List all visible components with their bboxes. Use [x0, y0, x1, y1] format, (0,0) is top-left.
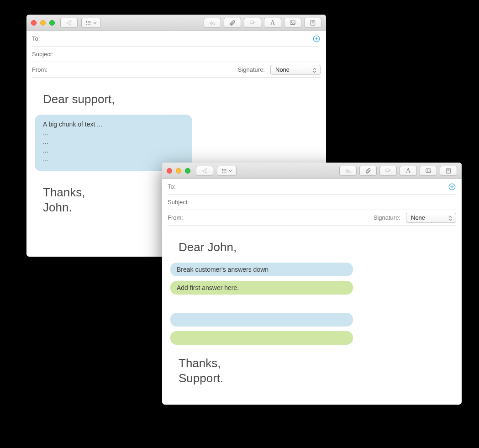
svg-point-8	[291, 21, 292, 22]
notes-icon	[310, 20, 316, 26]
signature-select[interactable]: None	[406, 213, 456, 223]
signoff-thanks: Thanks,	[179, 356, 221, 370]
add-recipient-button[interactable]	[448, 183, 456, 191]
svg-point-16	[222, 169, 222, 169]
send-icon	[201, 168, 208, 174]
media-button[interactable]	[284, 18, 301, 28]
greeting: Dear support,	[43, 92, 318, 106]
list-dropdown-button[interactable]	[217, 166, 237, 176]
format-button[interactable]: A	[264, 18, 281, 28]
header-fields: To: Subject: From: Signature: None	[26, 31, 326, 78]
svg-point-18	[222, 170, 222, 171]
quote-bar-blue	[170, 313, 353, 327]
signoff-thanks: Thanks,	[43, 185, 85, 199]
mark-icon	[249, 20, 256, 26]
send-button[interactable]	[196, 166, 213, 176]
svg-point-2	[86, 22, 87, 23]
reply-icon	[344, 168, 352, 174]
attach-button[interactable]	[359, 166, 377, 176]
from-label: From:	[32, 66, 47, 73]
svg-point-20	[222, 172, 222, 172]
minimize-window-button[interactable]	[176, 168, 181, 174]
to-field-row[interactable]: To:	[168, 179, 456, 195]
notes-icon	[445, 168, 452, 174]
reply-icon	[209, 20, 216, 26]
zoom-window-button[interactable]	[185, 168, 190, 174]
stepper-icon	[447, 215, 453, 222]
svg-rect-7	[290, 21, 295, 24]
svg-rect-6	[250, 21, 254, 23]
signature-select[interactable]: None	[270, 65, 321, 75]
mark-icon	[384, 168, 392, 174]
toolbar-right-group: A	[339, 166, 457, 176]
notes-button[interactable]	[304, 18, 321, 28]
svg-rect-23	[426, 169, 431, 172]
from-label: From:	[168, 214, 183, 221]
media-icon	[425, 168, 432, 174]
format-icon: A	[406, 167, 411, 174]
to-field-row[interactable]: To:	[32, 31, 321, 47]
signature-value: None	[411, 214, 425, 221]
minimize-window-button[interactable]	[40, 20, 46, 26]
from-field-row[interactable]: From: Signature: None	[32, 62, 321, 78]
subject-label: Subject:	[168, 199, 189, 206]
titlebar: A	[162, 163, 462, 179]
quote-bar-blue: Break customer's answers down	[170, 263, 353, 276]
reply-button[interactable]	[339, 166, 357, 176]
to-label: To:	[32, 35, 40, 42]
to-label: To:	[168, 183, 175, 190]
mark-button[interactable]	[244, 18, 261, 28]
signoff: Thanks, Support.	[179, 356, 453, 385]
format-icon: A	[270, 19, 275, 26]
send-icon	[65, 20, 73, 26]
svg-point-0	[86, 21, 87, 21]
mail-compose-window-2: A To: Subject:	[162, 163, 462, 405]
stepper-icon	[312, 67, 317, 74]
compose-body[interactable]: Dear John, Break customer's answers down…	[162, 226, 462, 405]
svg-rect-22	[386, 169, 390, 171]
list-icon	[85, 20, 92, 26]
zoom-window-button[interactable]	[49, 20, 55, 26]
notes-button[interactable]	[440, 166, 457, 176]
chevron-down-icon	[229, 169, 232, 173]
traffic-lights	[31, 20, 55, 26]
paperclip-icon	[229, 19, 236, 26]
plus-circle-icon	[448, 183, 456, 191]
add-recipient-button[interactable]	[312, 35, 321, 43]
close-window-button[interactable]	[167, 168, 172, 174]
list-dropdown-button[interactable]	[81, 18, 101, 28]
toolbar-right-group: A	[204, 18, 321, 28]
mark-button[interactable]	[379, 166, 397, 176]
titlebar: A	[26, 15, 326, 31]
close-window-button[interactable]	[31, 20, 37, 26]
attach-button[interactable]	[224, 18, 241, 28]
send-button[interactable]	[60, 18, 78, 28]
plus-circle-icon	[312, 35, 321, 43]
subject-field-row[interactable]: Subject:	[32, 47, 321, 62]
traffic-lights	[167, 168, 190, 174]
header-fields: To: Subject: From: Signature: None	[162, 179, 462, 226]
signature-label: Signature:	[374, 214, 400, 221]
signature-label: Signature:	[238, 66, 265, 73]
answer-bar-green	[170, 331, 353, 345]
answer-bar-green: Add first answer here.	[170, 281, 353, 295]
chevron-down-icon	[93, 21, 97, 25]
from-field-row[interactable]: From: Signature: None	[168, 210, 456, 226]
media-icon	[289, 20, 296, 26]
signoff-name: Support.	[179, 371, 453, 386]
svg-point-4	[86, 24, 87, 24]
media-button[interactable]	[420, 166, 437, 176]
subject-label: Subject:	[32, 51, 53, 58]
signature-value: None	[275, 66, 290, 73]
subject-field-row[interactable]: Subject:	[168, 195, 456, 210]
paperclip-icon	[365, 167, 371, 174]
svg-point-24	[427, 169, 428, 170]
list-icon	[221, 168, 227, 174]
reply-button[interactable]	[204, 18, 221, 28]
format-button[interactable]: A	[400, 166, 417, 176]
greeting: Dear John,	[179, 240, 453, 254]
